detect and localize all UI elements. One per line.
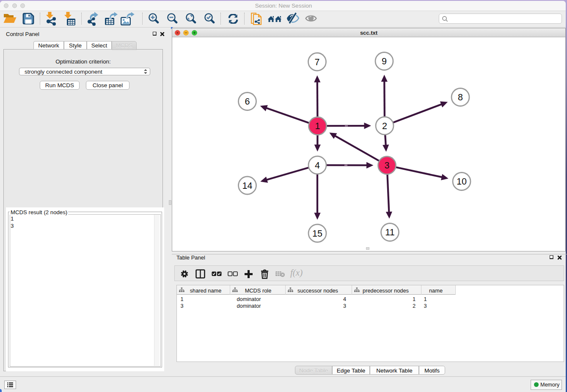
- svg-text:15: 15: [312, 229, 322, 239]
- svg-text:2: 2: [382, 121, 387, 131]
- svg-text:3: 3: [385, 160, 390, 171]
- svg-text:6: 6: [245, 97, 250, 107]
- svg-text:8: 8: [458, 92, 463, 102]
- svg-text:14: 14: [242, 181, 253, 191]
- svg-text:4: 4: [315, 160, 320, 171]
- svg-text:7: 7: [315, 57, 320, 67]
- svg-text:10: 10: [457, 177, 467, 187]
- svg-text:11: 11: [385, 227, 394, 237]
- svg-text:1: 1: [315, 121, 320, 131]
- svg-text:9: 9: [382, 56, 387, 66]
